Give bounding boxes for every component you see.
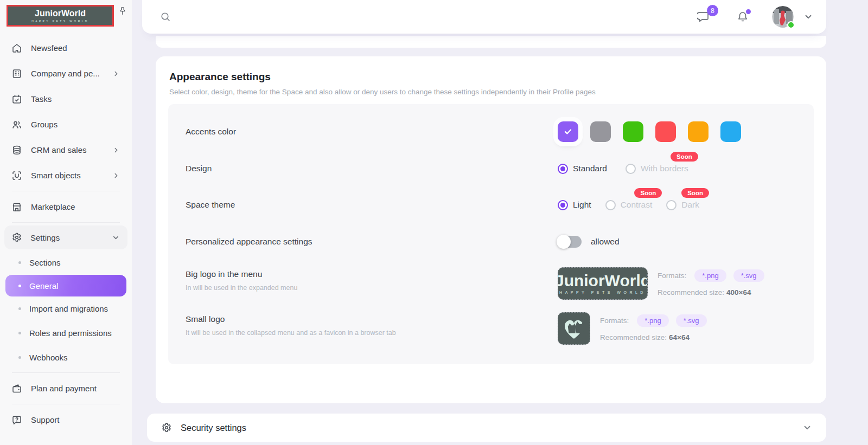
big-logo-upload[interactable]: JuniorWorld HAPPY PETS WORLD xyxy=(558,267,648,300)
divider xyxy=(12,372,120,373)
topbar: 8 xyxy=(142,0,826,34)
design-label: Design xyxy=(186,164,558,173)
sidebar-item-label: Groups xyxy=(31,120,58,129)
users-icon xyxy=(11,119,23,131)
radio-off-icon xyxy=(605,200,616,210)
pin-icon[interactable] xyxy=(118,7,127,18)
accent-swatch-red[interactable] xyxy=(655,121,676,142)
sidebar-item-company[interactable]: Company and pe... xyxy=(0,61,132,86)
radio-theme-dark: Dark Soon xyxy=(666,200,699,210)
sidebar-logo-row: JuniorWorld HAPPY PETS WORLD xyxy=(0,0,132,27)
small-logo-upload[interactable] xyxy=(558,312,590,345)
sidebar-item-groups[interactable]: Groups xyxy=(0,112,132,137)
radio-on-icon xyxy=(558,200,568,210)
sidebar-item-marketplace[interactable]: Marketplace xyxy=(0,194,132,220)
notification-dot xyxy=(746,9,751,14)
sidebar-item-settings[interactable]: Settings xyxy=(4,225,127,249)
small-logo-label: Small logo xyxy=(186,314,558,324)
radio-design-standard[interactable]: Standard xyxy=(558,164,607,174)
sidebar-subitem-general[interactable]: General xyxy=(5,275,126,296)
divider xyxy=(12,191,120,191)
sidebar-item-label: CRM and sales xyxy=(31,145,87,154)
sidebar-item-plan-payment[interactable]: Plan and payment xyxy=(0,376,132,401)
messages-icon[interactable]: 8 xyxy=(697,10,711,24)
sidebar-item-newsfeed[interactable]: Newsfeed xyxy=(0,35,132,61)
radio-theme-light[interactable]: Light xyxy=(558,200,591,210)
accent-swatch-gray[interactable] xyxy=(590,121,611,142)
messages-count-badge: 8 xyxy=(707,5,718,16)
pets-heart-logo-icon xyxy=(560,314,588,343)
sidebar: JuniorWorld HAPPY PETS WORLD Newsfeed Co… xyxy=(0,0,132,445)
check-icon xyxy=(563,126,573,137)
sidebar-item-support[interactable]: Support xyxy=(0,407,132,433)
recommended-size-label: Recommended size: xyxy=(658,288,724,296)
accent-swatch-blue[interactable] xyxy=(720,121,741,142)
accents-color-label: Accents color xyxy=(186,127,558,137)
sidebar-subitem-import[interactable]: Import and migrations xyxy=(0,296,132,321)
sidebar-subitem-label: Webhooks xyxy=(29,353,68,362)
accent-swatch-green[interactable] xyxy=(623,121,643,142)
sidebar-item-label: Support xyxy=(31,415,60,424)
building-icon xyxy=(11,68,23,80)
sidebar-item-label: Tasks xyxy=(31,94,52,104)
sidebar-item-smart-objects[interactable]: Smart objects xyxy=(0,163,132,188)
online-status-dot xyxy=(787,21,795,29)
divider xyxy=(12,404,120,404)
chevron-down-icon[interactable] xyxy=(803,12,813,22)
radio-theme-contrast: Contrast Soon xyxy=(605,200,653,210)
sidebar-item-label: Smart objects xyxy=(31,171,81,180)
sidebar-nav: Newsfeed Company and pe... Tasks xyxy=(0,35,132,433)
security-settings-header[interactable]: Security settings xyxy=(147,414,826,442)
recommended-size-value: 64×64 xyxy=(669,333,690,341)
workspace-logo[interactable]: JuniorWorld HAPPY PETS WORLD xyxy=(7,5,114,27)
sidebar-item-label: Newsfeed xyxy=(31,43,67,53)
bullet-icon xyxy=(18,261,21,264)
design-options: Standard With borders Soon xyxy=(558,164,799,174)
appearance-settings-card: Appearance settings Select color, design… xyxy=(156,56,826,403)
personalized-settings-label: Personalized appearance settings xyxy=(186,237,558,247)
page-subtitle: Select color, design, theme for the Spac… xyxy=(169,88,596,96)
bullet-icon xyxy=(18,307,21,310)
toggle-knob xyxy=(557,235,571,249)
sidebar-subitem-label: General xyxy=(29,281,58,291)
space-theme-row: Space theme Light Contrast Soon Dark xyxy=(186,193,799,217)
sidebar-subitem-webhooks[interactable]: Webhooks xyxy=(0,345,132,370)
chevron-down-icon[interactable] xyxy=(802,423,812,433)
database-icon xyxy=(11,144,23,156)
search-icon[interactable] xyxy=(159,11,171,23)
app-screen: JuniorWorld HAPPY PETS WORLD Newsfeed Co… xyxy=(0,0,868,445)
bullet-icon xyxy=(18,356,21,359)
sidebar-item-tasks[interactable]: Tasks xyxy=(0,86,132,112)
sidebar-subitem-sections[interactable]: Sections xyxy=(0,250,132,275)
accent-swatches xyxy=(558,121,799,142)
chevron-down-icon xyxy=(112,234,120,242)
radio-off-icon xyxy=(626,164,636,174)
gear-icon xyxy=(161,422,172,433)
radio-off-icon xyxy=(666,200,676,210)
big-logo-row: Big logo in the menu In will be used in … xyxy=(186,266,799,302)
sidebar-subitem-roles[interactable]: Roles and permissions xyxy=(0,321,132,345)
accent-swatch-purple[interactable] xyxy=(558,121,578,142)
workspace-logo-subtitle: HAPPY PETS WORLD xyxy=(31,20,89,23)
format-pill-png: *.png xyxy=(694,269,726,282)
topbar-actions: 8 xyxy=(697,6,813,28)
divider xyxy=(12,222,120,223)
avatar[interactable] xyxy=(772,6,794,28)
format-pill-svg: *.svg xyxy=(733,269,764,282)
big-logo-info: Formats: *.png *.svg Recommended size:40… xyxy=(658,266,771,296)
big-logo-caption: In will be used in the expanded menu xyxy=(186,284,558,292)
recommended-size-value: 400×64 xyxy=(726,288,751,296)
sidebar-item-label: Settings xyxy=(30,233,60,242)
notifications-bell-icon[interactable] xyxy=(736,10,749,23)
accent-swatch-orange[interactable] xyxy=(688,121,709,142)
gear-icon xyxy=(11,231,23,243)
formats-label: Formats: xyxy=(658,272,686,280)
sidebar-subitem-label: Roles and permissions xyxy=(29,328,112,338)
personalized-settings-toggle[interactable] xyxy=(558,236,582,248)
format-pill-png: *.png xyxy=(637,314,668,327)
sidebar-item-label: Plan and payment xyxy=(31,384,97,393)
theme-options: Light Contrast Soon Dark Soon xyxy=(558,200,799,210)
sidebar-subitem-label: Import and migrations xyxy=(29,304,108,313)
space-theme-label: Space theme xyxy=(186,200,558,210)
sidebar-item-crm[interactable]: CRM and sales xyxy=(0,137,132,163)
